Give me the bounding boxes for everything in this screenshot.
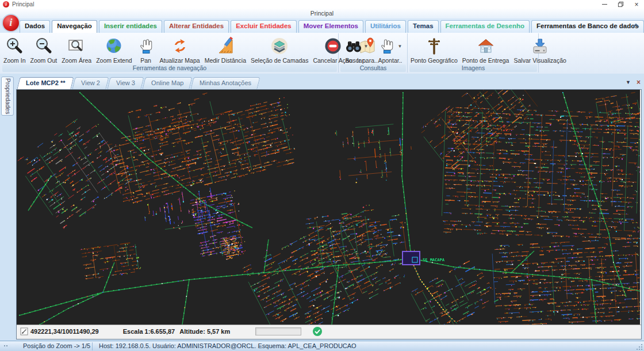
toolbar-button-apontar[interactable]: ▼Apontar.. [375, 35, 404, 64]
ribbon-tab-excluir-entidades[interactable]: Excluir Entidades [231, 20, 297, 33]
ribbon-group-consultas: ▼Buscar..▼Apontar..Consultas [339, 33, 408, 73]
connection-status: Host: 192.168.0.5. Usuário: ADMINISTRADO… [99, 342, 356, 349]
view-tab-view-3[interactable]: View 3 [108, 77, 144, 89]
toolbar-button-label: Buscar.. [345, 57, 367, 64]
cursor-coordinates: 492221,34/10011490,29 [30, 328, 99, 335]
zoom-extend-globe-icon [105, 37, 123, 55]
ribbon-tab-navegação[interactable]: Navegação [52, 20, 97, 33]
application-menu-button[interactable]: i [2, 14, 20, 32]
toolbar-button-label: Zoom Área [62, 57, 91, 64]
toolbar-button-zoom-in[interactable]: Zoom In [1, 35, 28, 64]
ribbon-tab-alterar-entidades[interactable]: Alterar Entidades [164, 20, 229, 33]
progress-bar [255, 327, 301, 335]
toolbar-button-pan[interactable]: Pan [135, 35, 158, 64]
toolbar-button-atualizar-mapa[interactable]: Atualizar Mapa [158, 35, 202, 64]
map-altitude: Altitude: 5,57 km [179, 328, 230, 335]
view-tab-close-icon[interactable]: × [637, 79, 641, 85]
ribbon-group-label: Ferramentas de navegação [2, 64, 337, 72]
view-tab-dropdown-icon[interactable]: ▼ [626, 79, 631, 85]
layers-icon [270, 37, 289, 55]
zoom-area-icon [67, 37, 86, 55]
app-logo-icon: i [3, 1, 9, 7]
toolbar-button-ponto-de-entrega[interactable]: Ponto de Entrega [460, 35, 512, 64]
ribbon-tab-utilitários[interactable]: Utilitários [365, 20, 406, 33]
chevron-down-icon[interactable]: ▼ [364, 44, 369, 49]
utility-pole-icon [425, 37, 443, 55]
zoom-in-icon [5, 37, 24, 55]
chevron-up-icon[interactable] [632, 23, 639, 28]
view-tab-lote-mcp2[interactable]: Lote MCP2 ** [17, 77, 74, 89]
toolbar-button-label: Zoom Extend [96, 57, 132, 64]
ribbon-toolbar: Zoom InZoom OutZoom ÁreaZoom ExtendPanAt… [0, 33, 644, 74]
view-tab-bar: Lote MCP2 **View 2View 3Online MapMinhas… [18, 76, 624, 89]
ribbon-tab-row: i DadosNavegaçãoInserir entidadesAlterar… [0, 18, 644, 33]
close-button[interactable]: × [632, 1, 641, 8]
toolbar-button-label: Medir Distância [205, 57, 246, 64]
zoom-out-icon [34, 37, 53, 55]
toolbar-button-label: Ponto Geográfico [411, 57, 458, 64]
properties-panel-tab[interactable]: Propriedades [1, 77, 14, 116]
app-window: i Principal × Principal i DadosNavegação… [0, 0, 644, 351]
toolbar-button-zoom-out[interactable]: Zoom Out [28, 35, 60, 64]
restore-button[interactable] [616, 1, 624, 8]
toolbar-button-seleção-de-camadas[interactable]: Seleção de Camadas [248, 35, 310, 64]
status-check-icon [313, 327, 322, 336]
ribbon-group-ferramentas-de-navegação: Zoom InZoom OutZoom ÁreaZoom ExtendPanAt… [1, 33, 339, 73]
toolbar-button-label: Zoom Out [30, 57, 57, 64]
view-tab-view-2[interactable]: View 2 [72, 77, 109, 89]
ribbon-tab-mover-elementos[interactable]: Mover Elementos [298, 20, 363, 33]
title-bar: i Principal × [0, 0, 644, 9]
toolbar-button-buscar[interactable]: ▼Buscar.. [342, 35, 371, 64]
ribbon-tab-ferramentas-de-desenho[interactable]: Ferramentas de Desenho [440, 20, 530, 33]
app-status-bar: Posição do Zoom -> 1/5 Host: 192.168.0.5… [0, 341, 644, 351]
binoculars-icon [344, 37, 363, 55]
restore-icon [618, 1, 624, 7]
ribbon-tab-temas[interactable]: Temas [408, 20, 439, 33]
toolbar-button-zoom-extend[interactable]: Zoom Extend [94, 35, 134, 64]
resize-grip-icon[interactable] [636, 344, 643, 350]
ribbon-group-label: Consultas [340, 64, 406, 72]
view-tab-minhas-anotações[interactable]: Minhas Anotações [191, 77, 260, 89]
map-view-frame: 492221,34/10011490,29 Escala 1:6.655,87 … [16, 89, 642, 339]
toolbar-button-label: Zoom In [3, 57, 26, 64]
toolbar-button-salvar-visualização[interactable]: Salvar Visualização [511, 35, 568, 64]
measure-ruler-pencil-icon [216, 37, 235, 55]
toolbar-button-label: Pan [140, 57, 151, 64]
content-area: Propriedades Lote MCP2 **View 2View 3Onl… [0, 74, 644, 341]
pan-hand-icon [137, 37, 155, 55]
refresh-icon [171, 37, 189, 55]
ribbon-tab-bar: DadosNavegaçãoInserir entidadesAlterar E… [20, 20, 644, 33]
map-status-bar: 492221,34/10011490,29 Escala 1:6.655,87 … [17, 325, 641, 338]
ribbon-caption: Principal [0, 9, 644, 18]
toolbar-button-label: Apontar.. [378, 57, 402, 64]
toolbar-button-zoom-área[interactable]: Zoom Área [59, 35, 94, 64]
minimize-button[interactable] [600, 1, 608, 8]
ribbon-tab-inserir-entidades[interactable]: Inserir entidades [99, 20, 162, 33]
house-icon [477, 37, 495, 55]
ribbon-group-label: Imagens [409, 64, 537, 72]
chevron-down-icon[interactable]: ▼ [397, 44, 402, 49]
toolbar-button-ponto-geográfico[interactable]: Ponto Geográfico [408, 35, 460, 64]
toolbar-button-label: Seleção de Camadas [251, 57, 308, 64]
map-scale: Escala 1:6.655,87 [123, 328, 175, 335]
ribbon-tab-dados[interactable]: Dados [20, 20, 50, 33]
statusbar-grip-icon [4, 345, 7, 346]
toolbar-button-medir-distância[interactable]: Medir Distância [202, 35, 248, 64]
ribbon-group-imagens: Ponto GeográficoPonto de EntregaSalvar V… [408, 33, 539, 73]
map-canvas[interactable] [17, 90, 640, 325]
toolbar-button-label: Atualizar Mapa [160, 57, 200, 64]
coordinates-icon [20, 327, 28, 335]
point-hand-icon [378, 37, 396, 55]
window-title: Principal [12, 1, 34, 7]
toolbar-button-label: Ponto de Entrega [462, 57, 509, 64]
save-view-icon [531, 37, 549, 55]
zoom-position-status: Posição do Zoom -> 1/5 [23, 342, 90, 349]
toolbar-button-label: Salvar Visualização [513, 57, 566, 64]
view-tab-online-map[interactable]: Online Map [143, 77, 193, 89]
ribbon-tab-ferramentas-de-banco-de-dados[interactable]: Ferramentas de Banco de dados [531, 20, 644, 33]
